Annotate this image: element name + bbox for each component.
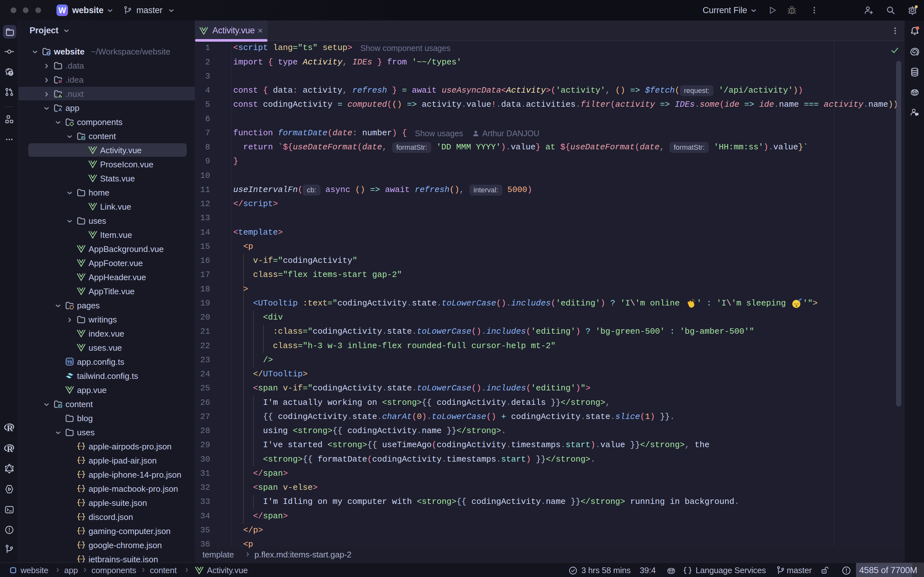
svg-text:R: R [7, 444, 13, 454]
svg-text:TS: TS [67, 360, 72, 364]
svg-text:?: ? [10, 71, 12, 76]
svg-text:IJ: IJ [59, 79, 61, 83]
svg-text:R: R [7, 424, 13, 433]
